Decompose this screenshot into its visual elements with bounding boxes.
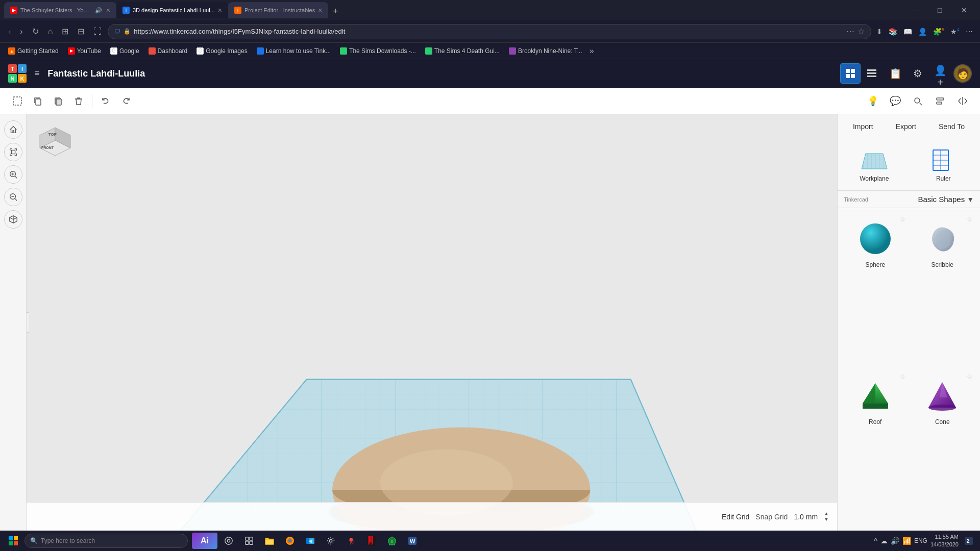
sims-button[interactable]: S xyxy=(383,532,401,550)
chevron-up-icon[interactable]: ^ xyxy=(874,537,877,545)
volume-icon[interactable]: 🔊 xyxy=(891,537,899,545)
address-bar[interactable]: 🛡 🔒 https://www.tinkercad.com/things/I5F… xyxy=(108,24,871,39)
align-button[interactable] xyxy=(931,92,949,110)
immersive-reader-button[interactable]: 📖 xyxy=(901,26,914,38)
expand-button[interactable]: ⛶ xyxy=(90,25,105,38)
snap-layouts-button[interactable] xyxy=(240,532,258,550)
settings-button[interactable]: ⚙ xyxy=(909,64,927,83)
more-button[interactable]: ⋯ xyxy=(964,26,975,38)
maps-button[interactable] xyxy=(342,532,360,550)
bookmark-getting-started[interactable]: 🔥 Getting Started xyxy=(4,46,63,56)
browser-tab-3[interactable]: I Project Editor - Instructables × xyxy=(228,2,328,18)
undo-button[interactable] xyxy=(96,92,115,110)
close-button[interactable]: ✕ xyxy=(952,2,976,18)
duplicate-button[interactable] xyxy=(49,92,67,110)
light-button[interactable]: 💡 xyxy=(864,92,882,110)
user-avatar[interactable]: 🧑 xyxy=(953,64,972,83)
snap-decrement-button[interactable]: ▼ xyxy=(824,517,829,522)
minimize-button[interactable]: – xyxy=(903,2,927,18)
shape-item-roof[interactable]: ☆ xyxy=(842,369,909,527)
word-button[interactable]: W xyxy=(403,532,422,550)
bookmark-brooklyn[interactable]: Brooklyn Nine-Nine: T... xyxy=(505,46,586,56)
taskbar-clock[interactable]: 11:55 AM 14/08/2020 xyxy=(930,533,959,549)
send-to-button[interactable]: Send To xyxy=(935,120,969,133)
comment-button[interactable]: 💬 xyxy=(886,92,904,110)
zoom-out-button[interactable] xyxy=(4,188,22,206)
tab2-close[interactable]: × xyxy=(218,6,222,14)
tab3-close[interactable]: × xyxy=(318,6,322,14)
task-view-button[interactable] xyxy=(219,532,238,550)
browser-tab-1[interactable]: ▶ The Schuyler Sisters - YouT... 🔊 × xyxy=(4,2,116,18)
panel-collapse-button[interactable]: › xyxy=(27,312,29,333)
extensions-button[interactable]: 🧩5 xyxy=(931,25,946,38)
list-view-button[interactable] xyxy=(862,63,882,84)
viewport[interactable]: Workplane TOP FRONT Edit Grid Snap G xyxy=(27,114,837,531)
download-button[interactable]: ⬇ xyxy=(874,26,885,38)
favorites-button[interactable]: ★4 xyxy=(948,25,962,38)
browser-tab-2[interactable]: T 3D design Fantastic Lahdi-Luul... × xyxy=(116,2,228,18)
add-user-button[interactable]: 👤+ xyxy=(931,64,949,83)
snap-increment-button[interactable]: ▲ xyxy=(824,511,829,516)
sphere-favorite-star[interactable]: ☆ xyxy=(899,215,906,223)
redo-button[interactable] xyxy=(117,92,135,110)
new-tab-button[interactable]: + xyxy=(328,4,342,18)
shape-item-cone[interactable]: ☆ xyxy=(909,369,976,527)
bookmark-sims-downloads[interactable]: The Sims Downloads -... xyxy=(336,46,420,56)
shape-item-sphere[interactable]: ☆ Sphere xyxy=(842,212,909,369)
zoom-in-button[interactable] xyxy=(4,165,22,184)
ruler-tool[interactable]: Ruler xyxy=(911,143,976,186)
forward-button[interactable]: › xyxy=(17,25,26,38)
mirror-button[interactable] xyxy=(953,92,972,110)
box-select-button[interactable] xyxy=(8,92,27,110)
firefox-button[interactable] xyxy=(281,532,299,550)
home-button[interactable]: ⌂ xyxy=(45,25,56,38)
copy-button[interactable] xyxy=(29,92,47,110)
back-button[interactable]: ‹ xyxy=(5,25,14,38)
grid-view-button[interactable] xyxy=(840,63,861,84)
tab1-close[interactable]: × xyxy=(106,6,110,14)
cloud-backup-icon[interactable]: ☁ xyxy=(880,537,888,545)
cone-favorite-star[interactable]: ☆ xyxy=(966,372,973,381)
roof-favorite-star[interactable]: ☆ xyxy=(899,372,906,381)
notification-button[interactable]: 2 xyxy=(962,534,976,548)
maximize-button[interactable]: □ xyxy=(928,2,951,18)
lang-label[interactable]: ENG xyxy=(914,537,927,544)
bookmark-sims-death[interactable]: The Sims 4 Death Gui... xyxy=(421,46,504,56)
import-button[interactable]: Import xyxy=(849,120,877,133)
bookmark-google-images[interactable]: G Google Images xyxy=(192,46,251,56)
hamburger-menu-button[interactable]: ≡ xyxy=(33,67,41,80)
bookmark-dashboard[interactable]: Dashboard xyxy=(144,46,192,56)
file-explorer-button[interactable] xyxy=(260,532,279,550)
bookmarks-overflow-button[interactable]: » xyxy=(590,46,594,56)
taskbar-search-bar[interactable]: 🔍 Type here to search xyxy=(24,534,188,548)
library-dropdown[interactable]: Basic Shapes ▼ xyxy=(918,195,974,204)
start-button[interactable] xyxy=(4,532,22,550)
fit-all-button[interactable] xyxy=(4,143,22,161)
bookmark-star-icon[interactable]: ☆ xyxy=(857,27,865,36)
bookmark-youtube[interactable]: ▶ YouTube xyxy=(64,46,105,56)
network-icon[interactable]: 📶 xyxy=(902,537,911,545)
shape-item-scribble[interactable]: ☆ xyxy=(909,212,976,369)
bookmark-google[interactable]: G Google xyxy=(106,46,143,56)
bookmark-tinkercad-learn[interactable]: Learn how to use Tink... xyxy=(253,46,335,56)
reader-button[interactable]: ⊞ xyxy=(59,24,71,38)
export-button[interactable]: Export xyxy=(892,120,920,133)
cube-view-button[interactable] xyxy=(4,210,22,229)
outlook-button[interactable] xyxy=(301,532,320,550)
workplane-tool[interactable]: Workplane xyxy=(842,143,907,186)
edit-grid-button[interactable]: Edit Grid xyxy=(722,513,749,521)
fit-view-button[interactable] xyxy=(4,120,22,139)
netflix-button[interactable] xyxy=(362,532,381,550)
refresh-button[interactable]: ↻ xyxy=(29,24,42,38)
search-shapes-button[interactable] xyxy=(909,92,927,110)
profile-button[interactable]: 👤 xyxy=(916,26,929,38)
clipboard-button[interactable]: 📋 xyxy=(886,64,904,83)
word-icon: W xyxy=(407,536,418,546)
ai-button[interactable]: Ai xyxy=(192,533,217,549)
split-button[interactable]: ⊟ xyxy=(75,24,87,38)
delete-button[interactable] xyxy=(69,92,88,110)
reading-list-button[interactable]: 📚 xyxy=(887,26,899,38)
scribble-favorite-star[interactable]: ☆ xyxy=(966,215,973,223)
settings-taskbar-button[interactable] xyxy=(322,532,340,550)
orientation-cube[interactable]: TOP FRONT xyxy=(35,122,76,163)
